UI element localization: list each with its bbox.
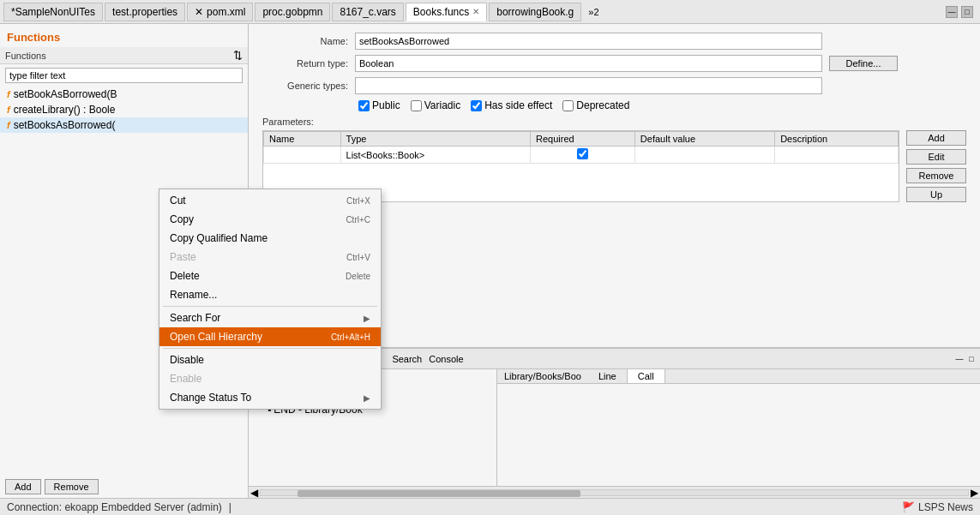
- bottom-maximize-button[interactable]: □: [966, 354, 977, 364]
- param-add-button[interactable]: Add: [906, 130, 966, 146]
- tab-pom[interactable]: ✕ pom.xml: [187, 3, 253, 21]
- ctx-change-status[interactable]: Change Status To ▶: [159, 388, 381, 407]
- ctx-search-arrow-icon: ▶: [364, 314, 370, 323]
- side-effect-checkbox[interactable]: [471, 100, 482, 111]
- param-buttons: Add Edit Remove Up: [906, 130, 966, 202]
- status-bar: Connection: ekoapp Embedded Server (admi…: [0, 498, 980, 515]
- tab-label: pom.xml: [207, 6, 245, 18]
- deprecated-checkbox[interactable]: [562, 100, 574, 111]
- side-effect-checkbox-label[interactable]: Has side effect: [471, 99, 552, 111]
- ctx-open-call-label: Open Call Hierarchy: [170, 331, 262, 343]
- param-required: [530, 147, 634, 164]
- param-name: [264, 147, 341, 164]
- side-effect-label: Has side effect: [484, 99, 552, 111]
- param-required-checkbox[interactable]: [577, 148, 588, 159]
- ctx-paste: Paste Ctrl+V: [159, 248, 381, 266]
- param-remove-button[interactable]: Remove: [906, 168, 966, 183]
- public-checkbox[interactable]: [358, 100, 370, 111]
- col-name: Name: [264, 132, 341, 147]
- horizontal-scrollbar[interactable]: ◀ ▶: [249, 486, 980, 498]
- param-description: [775, 147, 899, 164]
- ctx-cut[interactable]: Cut Ctrl+X: [159, 191, 381, 210]
- scroll-right-icon[interactable]: ▶: [971, 487, 978, 499]
- ctx-rename[interactable]: Rename...: [159, 285, 381, 304]
- ctx-cut-shortcut: Ctrl+X: [346, 196, 370, 206]
- tab-bar: *SampleNonUITes test.properties ✕ pom.xm…: [0, 0, 980, 24]
- define-button[interactable]: Define...: [829, 56, 898, 71]
- func-label: setBookAsBorrowed(B: [14, 88, 117, 100]
- tab-call[interactable]: Call: [628, 369, 665, 383]
- generic-types-label: Generic types:: [262, 81, 348, 91]
- ctx-disable[interactable]: Disable: [159, 350, 381, 369]
- func-item-2[interactable]: f setBooksAsBorrowed(: [0, 117, 248, 133]
- tab-line[interactable]: Line: [588, 369, 628, 383]
- ctx-delete[interactable]: Delete Delete: [159, 266, 381, 285]
- tab-properties[interactable]: test.properties: [105, 3, 185, 21]
- pom-icon: ✕: [195, 6, 203, 18]
- generic-types-row: Generic types:: [262, 77, 966, 94]
- public-checkbox-label[interactable]: Public: [358, 99, 400, 111]
- ctx-open-call-hierarchy[interactable]: Open Call Hierarchy Ctrl+Alt+H: [159, 327, 381, 346]
- flag-icon: 🚩: [902, 501, 915, 513]
- deprecated-label: Deprecated: [576, 99, 629, 111]
- ctx-copy-qualified[interactable]: Copy Qualified Name: [159, 229, 381, 248]
- window-controls: — □: [946, 6, 977, 18]
- ctx-separator-1: [163, 306, 377, 307]
- col-type: Type: [340, 132, 530, 147]
- ctx-change-status-arrow-icon: ▶: [364, 393, 370, 403]
- func-icon: f: [7, 89, 10, 99]
- ctx-paste-shortcut: Ctrl+V: [346, 253, 370, 262]
- tab-label: test.properties: [112, 6, 177, 18]
- context-menu: Cut Ctrl+X Copy Ctrl+C Copy Qualified Na…: [159, 189, 382, 410]
- name-input[interactable]: [355, 33, 822, 50]
- generic-types-input[interactable]: [355, 77, 822, 94]
- param-default: [634, 147, 774, 164]
- remove-function-button[interactable]: Remove: [45, 479, 99, 494]
- ctx-delete-label: Delete: [170, 270, 200, 282]
- variadic-checkbox-label[interactable]: Variadic: [411, 99, 460, 111]
- func-item-1[interactable]: f createLibrary() : Boole: [0, 102, 248, 117]
- maximize-button[interactable]: □: [961, 6, 973, 18]
- tab-books-funcs[interactable]: Books.funcs ✕: [406, 3, 487, 21]
- param-row-0[interactable]: List<Books::Book>: [264, 147, 899, 164]
- tab-proc[interactable]: proc.gobpmn: [255, 3, 330, 21]
- tab-label: 8167_c.vars: [340, 6, 395, 18]
- console-label: Console: [429, 354, 463, 364]
- param-up-button[interactable]: Up: [906, 187, 966, 202]
- ctx-delete-shortcut: Delete: [346, 272, 370, 281]
- call-hierarchy-right: Library/Books/Boo Line Call: [497, 369, 980, 486]
- tab-borrowing[interactable]: borrowingBook.g: [489, 3, 581, 21]
- ctx-change-status-label: Change Status To: [170, 392, 251, 404]
- ctx-search-for[interactable]: Search For ▶: [159, 308, 381, 327]
- ctx-disable-label: Disable: [170, 354, 204, 366]
- tab-overflow[interactable]: »2: [583, 7, 604, 17]
- filter-input[interactable]: [5, 68, 243, 83]
- tab-sample[interactable]: *SampleNonUITes: [3, 3, 103, 21]
- param-type: List<Books::Book>: [340, 147, 530, 164]
- ctx-copy[interactable]: Copy Ctrl+C: [159, 210, 381, 229]
- ctx-search-for-label: Search For: [170, 312, 220, 324]
- tab-vars[interactable]: 8167_c.vars: [332, 3, 403, 21]
- return-type-row: Return type: Define...: [262, 55, 966, 72]
- func-item-0[interactable]: f setBookAsBorrowed(B: [0, 87, 248, 102]
- tab-label: Books.funcs: [413, 6, 469, 18]
- add-function-button[interactable]: Add: [5, 479, 41, 494]
- tab-close-icon[interactable]: ✕: [472, 7, 479, 16]
- func-label: createLibrary() : Boole: [14, 104, 116, 116]
- variadic-checkbox[interactable]: [411, 100, 422, 111]
- deprecated-checkbox-label[interactable]: Deprecated: [562, 99, 629, 111]
- minimize-button[interactable]: —: [946, 6, 958, 18]
- path-text: Library/Books/Boo: [497, 369, 588, 383]
- sort-icon[interactable]: ⇅: [233, 49, 243, 62]
- param-edit-button[interactable]: Edit: [906, 149, 966, 165]
- return-type-label: Return type:: [262, 58, 348, 69]
- bottom-minimize-button[interactable]: —: [954, 354, 965, 364]
- status-right: 🚩 LSPS News: [902, 501, 973, 513]
- checkboxes-row: Public Variadic Has side effect Deprecat…: [262, 99, 966, 111]
- parameters-title: Parameters:: [262, 117, 966, 127]
- scroll-left-icon[interactable]: ◀: [250, 487, 258, 499]
- return-type-input[interactable]: [355, 55, 822, 72]
- ctx-enable-label: Enable: [170, 373, 201, 385]
- col-default: Default value: [634, 132, 774, 147]
- ctx-separator-2: [163, 348, 377, 349]
